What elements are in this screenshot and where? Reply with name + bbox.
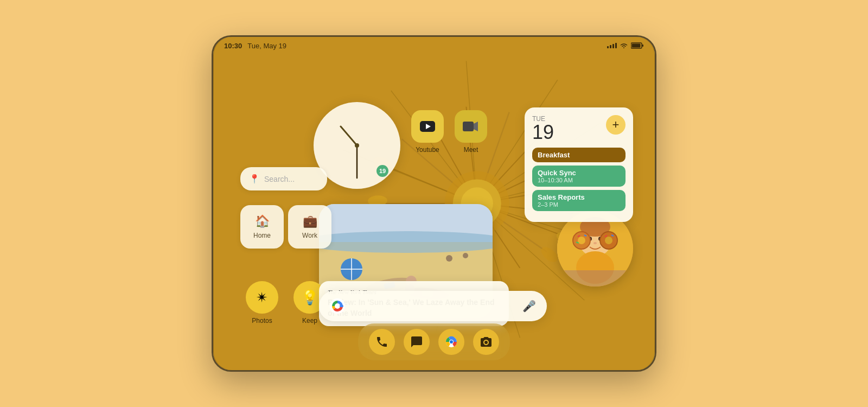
status-time: 10:30 bbox=[224, 42, 242, 50]
svg-rect-43 bbox=[642, 44, 644, 47]
wifi-icon bbox=[620, 42, 628, 49]
svg-point-90 bbox=[484, 341, 488, 344]
photos-icon: ✴ bbox=[256, 289, 268, 306]
status-left: 10:30 Tue, May 19 bbox=[224, 42, 286, 50]
svg-point-66 bbox=[463, 253, 468, 258]
status-icons bbox=[607, 42, 644, 49]
dock bbox=[358, 323, 510, 360]
svg-marker-50 bbox=[474, 122, 478, 131]
search-widget: 📍 Search... bbox=[240, 167, 327, 190]
svg-point-46 bbox=[355, 143, 359, 148]
home-shortcut[interactable]: 🏠 Home bbox=[240, 205, 284, 249]
meet-video-icon bbox=[463, 120, 479, 132]
svg-point-72 bbox=[593, 242, 597, 244]
meet-app-icon[interactable]: Meet bbox=[455, 110, 487, 154]
circular-photo-widget bbox=[557, 211, 633, 287]
app-shortcuts-row: ✴ Photos 💡 Keep bbox=[240, 281, 331, 325]
home-icon: 🏠 bbox=[255, 214, 270, 228]
google-g-icon bbox=[330, 298, 345, 314]
youtube-play-icon bbox=[420, 121, 435, 132]
svg-point-53 bbox=[319, 231, 493, 253]
status-date: Tue, May 19 bbox=[247, 42, 286, 50]
phone-icon bbox=[375, 335, 388, 348]
dock-phone-icon[interactable] bbox=[369, 329, 395, 355]
youtube-app-icon[interactable]: Youtube bbox=[411, 110, 444, 154]
calendar-widget: TUE 19 + Breakfast Quick Sync 10–10:30 A… bbox=[525, 107, 633, 222]
work-icon: 💼 bbox=[303, 214, 317, 228]
svg-point-76 bbox=[605, 237, 612, 244]
youtube-label: Youtube bbox=[416, 146, 439, 154]
microphone-icon[interactable]: 🎤 bbox=[522, 300, 536, 313]
calendar-event-sales-reports[interactable]: Sales Reports 2–3 PM bbox=[532, 190, 626, 211]
svg-point-85 bbox=[335, 303, 340, 309]
svg-rect-86 bbox=[340, 305, 343, 307]
keep-icon: 💡 bbox=[301, 289, 318, 306]
breakfast-event-title: Breakfast bbox=[538, 151, 620, 159]
calendar-add-button[interactable]: + bbox=[606, 115, 626, 135]
svg-line-44 bbox=[341, 126, 357, 145]
signal-icon bbox=[607, 43, 617, 48]
app-icons-row: Youtube Meet bbox=[411, 110, 487, 154]
dock-messages-icon[interactable] bbox=[404, 329, 430, 355]
calendar-event-quick-sync[interactable]: Quick Sync 10–10:30 AM bbox=[532, 166, 626, 187]
work-shortcut[interactable]: 💼 Work bbox=[288, 205, 331, 249]
meet-label: Meet bbox=[464, 146, 478, 154]
chrome-icon bbox=[445, 335, 458, 348]
calendar-header: TUE 19 + bbox=[532, 115, 626, 142]
home-label: Home bbox=[253, 232, 271, 239]
google-search-bar[interactable]: 🎤 bbox=[319, 291, 547, 321]
svg-point-89 bbox=[450, 340, 453, 344]
calendar-event-breakfast[interactable]: Breakfast bbox=[532, 148, 626, 162]
quick-sync-time: 10–10:30 AM bbox=[538, 177, 620, 183]
child-photo-svg bbox=[557, 211, 633, 287]
keep-label: Keep bbox=[302, 317, 317, 325]
location-search-bar[interactable]: 📍 Search... bbox=[240, 167, 327, 190]
sales-reports-time: 2–3 PM bbox=[538, 201, 620, 208]
youtube-icon-bg bbox=[411, 110, 444, 143]
svg-point-65 bbox=[446, 255, 452, 262]
battery-icon bbox=[631, 42, 644, 49]
calendar-date-num: 19 bbox=[532, 123, 554, 142]
svg-rect-49 bbox=[463, 122, 474, 131]
quick-sync-title: Quick Sync bbox=[538, 169, 620, 177]
google-search-left bbox=[330, 298, 350, 314]
photos-label: Photos bbox=[252, 317, 272, 325]
dock-chrome-icon[interactable] bbox=[438, 329, 464, 355]
photos-app-shortcut[interactable]: ✴ Photos bbox=[240, 281, 284, 325]
photos-icon-bg: ✴ bbox=[246, 281, 278, 314]
meet-icon-bg bbox=[455, 110, 487, 143]
dock-camera-icon[interactable] bbox=[473, 329, 499, 355]
search-placeholder: Search... bbox=[264, 175, 295, 183]
sales-reports-title: Sales Reports bbox=[538, 193, 620, 201]
calendar-date-block: TUE 19 bbox=[532, 115, 554, 142]
camera-icon bbox=[480, 335, 493, 348]
clock-date-badge: 19 bbox=[376, 165, 388, 177]
work-label: Work bbox=[302, 232, 317, 239]
location-pin-icon: 📍 bbox=[249, 174, 260, 184]
device: 10:30 Tue, May 19 bbox=[212, 35, 656, 372]
messages-icon bbox=[410, 335, 423, 348]
svg-point-74 bbox=[578, 237, 585, 244]
navigation-shortcuts: 🏠 Home 💼 Work bbox=[240, 205, 331, 249]
svg-rect-42 bbox=[632, 44, 641, 48]
